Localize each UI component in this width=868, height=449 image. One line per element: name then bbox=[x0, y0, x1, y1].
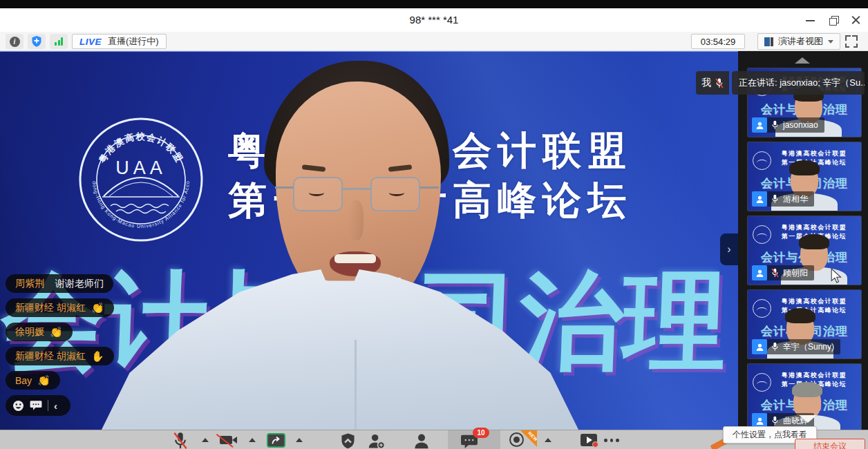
window-title: 98* *** *41 bbox=[0, 14, 868, 26]
meeting-timer: 03:54:29 bbox=[691, 34, 745, 49]
reaction-emoji: 👏 bbox=[37, 374, 50, 387]
camera-button[interactable] bbox=[220, 436, 232, 444]
live-badge[interactable]: LIVE 直播(进行中) bbox=[72, 34, 167, 49]
reaction-emoji: 👏 bbox=[91, 302, 104, 314]
end-meeting-button[interactable]: 结束会议 bbox=[795, 439, 865, 449]
meeting-security-button[interactable] bbox=[28, 34, 46, 49]
more-button[interactable] bbox=[604, 439, 619, 442]
participant-tile[interactable]: 粤港澳高校会计联盟 第一届会计高峰论坛 会计与公司治理 顾朝阳 bbox=[747, 216, 862, 285]
live-label: LIVE bbox=[79, 37, 102, 47]
chat-toggle-button[interactable]: 10 bbox=[448, 430, 500, 449]
reaction-toolbar: ‹ bbox=[6, 395, 70, 416]
info-icon: i bbox=[10, 37, 20, 47]
chevron-down-icon bbox=[828, 40, 833, 44]
chat-bubble: 新疆财经 胡淑红 👏 bbox=[6, 298, 114, 317]
person-icon bbox=[755, 417, 764, 426]
restore-button[interactable] bbox=[825, 12, 843, 28]
participant-tile[interactable]: 粤港澳高校会计联盟 第一届会计高峰论坛 会计与公司治理 游相华 bbox=[747, 142, 862, 211]
scroll-down-button[interactable] bbox=[799, 415, 817, 423]
mouse-cursor bbox=[831, 268, 842, 283]
record-options-button[interactable] bbox=[545, 438, 551, 442]
sender-name: 徐明媛 bbox=[15, 326, 44, 338]
chevron-right-icon: › bbox=[727, 243, 730, 256]
speaker-shirt bbox=[101, 269, 579, 430]
view-mode-selector[interactable]: 演讲者视图 bbox=[757, 33, 840, 50]
sidebar-collapse-handle[interactable]: › bbox=[720, 233, 738, 265]
speaker-video bbox=[0, 51, 738, 430]
chat-message: 谢谢老师们 bbox=[55, 278, 104, 290]
record-button[interactable] bbox=[509, 432, 524, 447]
invite-button[interactable] bbox=[368, 433, 386, 449]
main-video-stage: 粤港澳高校会计联盟 Guangdong-Hong Kong-Macao Univ… bbox=[0, 51, 738, 430]
live-player-button[interactable] bbox=[581, 434, 597, 446]
chat-bubble: 徐明媛 👏 bbox=[6, 323, 73, 341]
divider bbox=[48, 400, 48, 411]
sender-name: 周紫荆 bbox=[15, 278, 44, 290]
titlebar: 98* *** *41 bbox=[0, 8, 868, 32]
participant-name: jasonxiao bbox=[783, 120, 818, 130]
camera-options-button[interactable] bbox=[249, 438, 256, 442]
sender-name: Bay bbox=[15, 375, 32, 386]
person-icon bbox=[755, 121, 764, 130]
layout-grid-icon bbox=[764, 37, 773, 46]
participant-tile[interactable]: 粤港澳高校会计联盟 第一届会计高峰论坛 会计与公司治理 辛宇（Sunny) bbox=[747, 289, 862, 359]
signal-bars-icon bbox=[55, 37, 63, 46]
fullscreen-button[interactable] bbox=[845, 35, 858, 48]
sender-name: 新疆财经 胡淑红 bbox=[15, 350, 86, 363]
avatar-badge bbox=[752, 339, 767, 354]
security-button[interactable] bbox=[340, 432, 356, 449]
avatar-badge bbox=[752, 117, 767, 133]
minimize-button[interactable] bbox=[802, 12, 820, 28]
view-mode-label: 演讲者视图 bbox=[778, 35, 823, 48]
speaking-status-pill: 正在讲话: jasonxiao; 辛宇（Su... bbox=[732, 71, 865, 95]
top-black-strip bbox=[0, 0, 868, 8]
me-label: 我 bbox=[701, 77, 711, 89]
meeting-window: 98* *** *41 i LIVE 直播(进行中) 03:54:29 演讲者视… bbox=[0, 0, 868, 449]
collapse-reactions-button[interactable]: ‹ bbox=[54, 401, 57, 411]
my-status-pill: 我 bbox=[696, 71, 729, 95]
live-status-label: 直播(进行中) bbox=[108, 35, 159, 48]
chat-bubble: 周紫荆 谢谢老师们 bbox=[6, 274, 113, 293]
person-icon bbox=[755, 269, 764, 278]
person-icon bbox=[755, 195, 764, 204]
person-icon bbox=[755, 343, 764, 352]
chat-unread-badge: 10 bbox=[473, 428, 489, 438]
mic-icon bbox=[771, 120, 779, 131]
meeting-info-button[interactable]: i bbox=[6, 34, 23, 49]
sender-name: 新疆财经 胡淑红 bbox=[15, 302, 86, 314]
participant-name: 辛宇（Sunny) bbox=[783, 341, 834, 353]
participant-name: 游相华 bbox=[783, 193, 808, 205]
share-options-button[interactable] bbox=[296, 438, 303, 442]
chat-bubble: Bay 👏 bbox=[6, 371, 60, 390]
camera-off-slash bbox=[216, 434, 234, 448]
participants-button[interactable] bbox=[413, 433, 430, 449]
chat-bubble: 新疆财经 胡淑红 ✋ bbox=[6, 347, 114, 365]
mic-icon bbox=[771, 341, 779, 352]
mic-muted-icon bbox=[771, 267, 779, 278]
meeting-toolbar: i LIVE 直播(进行中) 03:54:29 演讲者视图 bbox=[0, 32, 868, 51]
reaction-emoji: ✋ bbox=[91, 350, 104, 363]
scroll-up-button[interactable] bbox=[795, 57, 810, 64]
share-arrow-icon bbox=[271, 436, 281, 445]
chat-panel-button[interactable] bbox=[30, 400, 42, 411]
network-signal-button[interactable] bbox=[50, 34, 68, 49]
mic-icon bbox=[771, 415, 779, 426]
mic-icon bbox=[771, 193, 779, 204]
mic-muted-icon bbox=[715, 77, 724, 89]
participant-name: 顾朝阳 bbox=[783, 267, 808, 279]
mic-options-button[interactable] bbox=[202, 438, 209, 442]
mic-button[interactable] bbox=[173, 432, 188, 449]
close-button[interactable] bbox=[847, 12, 865, 28]
bottom-toolbar: 10 NEW 个性设置，点我看看 结束会议 bbox=[0, 430, 868, 449]
avatar-badge bbox=[752, 191, 767, 207]
participants-sidebar: 粤港澳高校会计联盟 第一届会计高峰论坛 会计与公司治理 jasonxiao bbox=[738, 51, 868, 430]
avatar-badge bbox=[752, 265, 767, 280]
reaction-emoji: 👏 bbox=[50, 326, 63, 338]
share-screen-button[interactable] bbox=[267, 433, 285, 448]
shield-icon bbox=[31, 35, 42, 48]
emoji-button[interactable] bbox=[12, 400, 24, 412]
